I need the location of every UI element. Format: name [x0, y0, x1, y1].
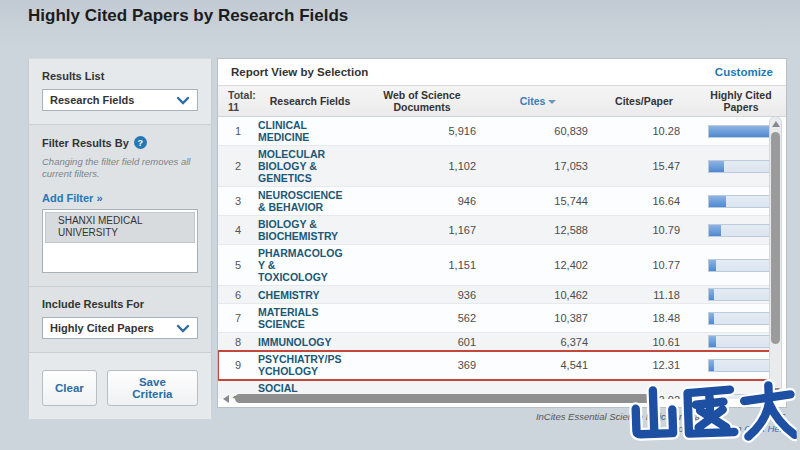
hcp-bar-fill: [709, 360, 714, 371]
include-results-dropdown[interactable]: Highly Cited Papers: [42, 317, 198, 339]
chevron-down-icon: [176, 91, 190, 109]
wos-documents-value: 936: [362, 289, 482, 301]
column-header-cites[interactable]: Cites: [482, 95, 594, 107]
filter-sidebar: Results List Research Fields Filter Resu…: [28, 58, 212, 400]
filter-list-item[interactable]: SHANXI MEDICAL UNIVERSITY: [45, 212, 195, 243]
table-row[interactable]: 1CLINICAL MEDICINE5,91660,83910.28: [218, 117, 774, 146]
hcp-bar-fill: [709, 196, 726, 207]
include-results-label: Include Results For: [42, 298, 198, 310]
hcp-bar-track: [708, 224, 770, 237]
filter-results-section: Filter Results By ? Changing the filter …: [29, 125, 211, 287]
cites-value: 6,374: [482, 336, 594, 348]
table-row[interactable]: 3NEUROSCIENCE & BEHAVIOR94615,74416.64: [218, 187, 774, 216]
hcp-bar-track: [708, 160, 770, 173]
sidebar-actions: Clear Save Criteria: [29, 353, 211, 419]
filter-listbox[interactable]: SHANXI MEDICAL UNIVERSITY: [42, 209, 198, 273]
column-header-highly-cited-papers[interactable]: Highly Cited Papers: [694, 89, 788, 113]
table-row[interactable]: 2MOLECULAR BIOLOGY & GENETICS1,10217,053…: [218, 146, 774, 187]
scroll-down-icon[interactable]: [772, 388, 780, 394]
hcp-bar-fill: [709, 289, 714, 300]
footer-dataset-line: InCites Essential Science Indicators dat…: [536, 411, 788, 423]
row-rank: 5: [218, 259, 258, 271]
table-row[interactable]: 5PHARMACOLOGY & TOXICOLOGY1,15112,40210.…: [218, 245, 774, 286]
table-row[interactable]: 7MATERIALS SCIENCE56210,38718.48: [218, 304, 774, 333]
row-rank: 2: [218, 160, 258, 172]
report-panel: Report View by Selection Customize Total…: [217, 58, 787, 408]
filter-results-label: Filter Results By: [42, 137, 129, 149]
cites-per-paper-value: 10.61: [594, 336, 694, 348]
column-header-wos-documents[interactable]: Web of Science Documents: [362, 89, 482, 113]
cites-value: 12,402: [482, 259, 594, 271]
page: Highly Cited Papers by Research Fields R…: [0, 0, 800, 450]
table-row-highlighted[interactable]: 9PSYCHIATRY/PSYCHOLOGY3694,54112.31: [218, 351, 774, 380]
add-filter-link[interactable]: Add Filter »: [42, 192, 103, 204]
hcp-bar-track: [708, 259, 770, 272]
results-list-dropdown[interactable]: Research Fields: [42, 89, 198, 111]
wos-documents-value: 369: [362, 359, 482, 371]
cites-value: 60,839: [482, 125, 594, 137]
cites-per-paper-value: 18.48: [594, 312, 694, 324]
customize-link[interactable]: Customize: [715, 66, 773, 78]
horizontal-scrollbar[interactable]: [223, 394, 768, 404]
wos-documents-value: 5,916: [362, 125, 482, 137]
clear-button[interactable]: Clear: [42, 370, 97, 406]
scroll-up-icon[interactable]: [772, 121, 780, 127]
highly-cited-papers-bar-cell: [694, 335, 774, 348]
vertical-scrollbar[interactable]: [769, 116, 782, 399]
wos-documents-value: 1,151: [362, 259, 482, 271]
highly-cited-papers-bar-cell: [694, 195, 774, 208]
hcp-bar-fill: [709, 313, 714, 324]
row-rank: 6: [218, 289, 258, 301]
highly-cited-papers-bar-cell: [694, 259, 774, 272]
research-field-link[interactable]: PSYCHIATRY/PSYCHOLOGY: [258, 353, 362, 377]
highly-cited-papers-bar-cell: [694, 288, 774, 301]
wos-documents-value: 601: [362, 336, 482, 348]
cites-value: 17,053: [482, 160, 594, 172]
row-rank: 4: [218, 224, 258, 236]
cites-per-paper-value: 10.77: [594, 259, 694, 271]
highly-cited-papers-bar-cell: [694, 312, 774, 325]
table-row[interactable]: 8IMMUNOLOGY6016,37410.61: [218, 333, 774, 351]
research-field-link[interactable]: NEUROSCIENCE & BEHAVIOR: [258, 189, 362, 213]
footer: InCites Essential Science Indicators dat…: [536, 411, 788, 435]
highly-cited-papers-bar-cell: [694, 224, 774, 237]
cites-per-paper-value: 16.64: [594, 195, 694, 207]
horizontal-scrollbar-thumb[interactable]: [235, 394, 655, 403]
click-here-link[interactable]: Click Here: [744, 423, 788, 434]
results-list-dropdown-value: Research Fields: [50, 94, 134, 106]
hcp-bar-fill: [709, 225, 721, 236]
column-header-total: Total:11: [218, 89, 258, 113]
highly-cited-papers-bar-cell: [694, 359, 774, 372]
wos-documents-value: 1,102: [362, 160, 482, 172]
column-header-research-fields[interactable]: Research Fields: [258, 95, 362, 107]
save-criteria-button[interactable]: Save Criteria: [107, 370, 198, 406]
table-row[interactable]: 4BIOLOGY & BIOCHEMISTRY1,16712,58810.79: [218, 216, 774, 245]
vertical-scrollbar-thumb[interactable]: [771, 132, 780, 344]
hcp-bar-track: [708, 125, 770, 138]
row-rank: 1: [218, 125, 258, 137]
hcp-bar-fill: [709, 161, 724, 172]
table-row[interactable]: 6CHEMISTRY93610,46211.18: [218, 286, 774, 304]
wos-documents-value: 562: [362, 312, 482, 324]
hcp-bar-track: [708, 195, 770, 208]
wos-documents-value: 946: [362, 195, 482, 207]
research-field-link[interactable]: PHARMACOLOGY & TOXICOLOGY: [258, 247, 362, 283]
research-field-link[interactable]: IMMUNOLOGY: [258, 336, 362, 348]
results-list-label: Results List: [42, 70, 198, 82]
footer-info-line: For more information Click Here: [536, 423, 788, 435]
research-field-link[interactable]: CLINICAL MEDICINE: [258, 119, 362, 143]
research-field-link[interactable]: MATERIALS SCIENCE: [258, 306, 362, 330]
scroll-left-icon[interactable]: [223, 395, 229, 403]
row-rank: 3: [218, 195, 258, 207]
cites-value: 12,588: [482, 224, 594, 236]
page-title: Highly Cited Papers by Research Fields: [28, 6, 348, 26]
hcp-bar-track: [708, 335, 770, 348]
column-header-cites-per-paper[interactable]: Cites/Paper: [594, 95, 694, 107]
cites-value: 4,541: [482, 359, 594, 371]
help-icon[interactable]: ?: [134, 136, 147, 149]
research-field-link[interactable]: MOLECULAR BIOLOGY & GENETICS: [258, 148, 362, 184]
hcp-bar-fill: [709, 126, 769, 137]
row-rank: 9: [218, 359, 258, 371]
research-field-link[interactable]: CHEMISTRY: [258, 289, 362, 301]
research-field-link[interactable]: BIOLOGY & BIOCHEMISTRY: [258, 218, 362, 242]
